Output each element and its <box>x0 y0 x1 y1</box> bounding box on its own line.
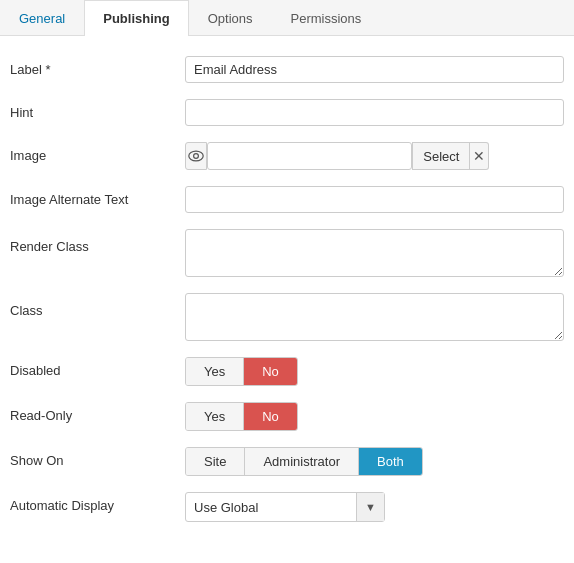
render-class-control <box>185 229 564 277</box>
image-control: Select ✕ <box>185 142 564 170</box>
tab-bar: General Publishing Options Permissions <box>0 0 574 36</box>
class-control <box>185 293 564 341</box>
autodisplay-dropdown: Use Global After Display Content Before … <box>185 492 385 522</box>
label-input[interactable] <box>185 56 564 83</box>
hint-control <box>185 99 564 126</box>
image-alt-label: Image Alternate Text <box>10 186 185 207</box>
readonly-label: Read-Only <box>10 402 185 423</box>
showon-control: Site Administrator Both <box>185 447 564 476</box>
publishing-form: Label * Hint Image Select ✕ <box>0 36 574 550</box>
image-alt-control <box>185 186 564 213</box>
showon-site-button[interactable]: Site <box>186 448 245 475</box>
autodisplay-row: Automatic Display Use Global After Displ… <box>0 484 574 530</box>
hint-label: Hint <box>10 99 185 120</box>
disabled-no-button[interactable]: No <box>244 358 297 385</box>
hint-row: Hint <box>0 91 574 134</box>
render-class-input[interactable] <box>185 229 564 277</box>
tab-options[interactable]: Options <box>189 0 272 36</box>
image-row: Image Select ✕ <box>0 134 574 178</box>
hint-input[interactable] <box>185 99 564 126</box>
showon-toggle: Site Administrator Both <box>185 447 423 476</box>
image-path-input[interactable] <box>207 142 413 170</box>
disabled-control: Yes No <box>185 357 564 386</box>
showon-admin-button[interactable]: Administrator <box>245 448 359 475</box>
tab-permissions[interactable]: Permissions <box>272 0 381 36</box>
svg-point-0 <box>189 151 203 161</box>
readonly-no-button[interactable]: No <box>244 403 297 430</box>
label-row: Label * <box>0 48 574 91</box>
image-select-button[interactable]: Select <box>412 142 470 170</box>
image-preview-button[interactable] <box>185 142 207 170</box>
autodisplay-select[interactable]: Use Global After Display Content Before … <box>186 495 356 520</box>
disabled-row: Disabled Yes No <box>0 349 574 394</box>
tab-general[interactable]: General <box>0 0 84 36</box>
readonly-yes-button[interactable]: Yes <box>186 403 244 430</box>
label-label: Label * <box>10 56 185 77</box>
readonly-control: Yes No <box>185 402 564 431</box>
autodisplay-control: Use Global After Display Content Before … <box>185 492 564 522</box>
render-class-row: Render Class <box>0 221 574 285</box>
disabled-toggle: Yes No <box>185 357 298 386</box>
readonly-row: Read-Only Yes No <box>0 394 574 439</box>
eye-icon <box>188 150 204 162</box>
autodisplay-label: Automatic Display <box>10 492 185 513</box>
disabled-yes-button[interactable]: Yes <box>186 358 244 385</box>
image-alt-row: Image Alternate Text <box>0 178 574 221</box>
class-row: Class <box>0 285 574 349</box>
image-picker: Select ✕ <box>185 142 489 170</box>
showon-both-button[interactable]: Both <box>359 448 422 475</box>
label-control <box>185 56 564 83</box>
class-input[interactable] <box>185 293 564 341</box>
dropdown-arrow-icon: ▼ <box>356 493 384 521</box>
readonly-toggle: Yes No <box>185 402 298 431</box>
showon-label: Show On <box>10 447 185 468</box>
image-alt-input[interactable] <box>185 186 564 213</box>
svg-point-1 <box>193 154 198 159</box>
tab-publishing[interactable]: Publishing <box>84 0 188 36</box>
disabled-label: Disabled <box>10 357 185 378</box>
render-class-label: Render Class <box>10 229 185 254</box>
class-label: Class <box>10 293 185 318</box>
image-clear-button[interactable]: ✕ <box>470 142 489 170</box>
image-label: Image <box>10 142 185 163</box>
showon-row: Show On Site Administrator Both <box>0 439 574 484</box>
